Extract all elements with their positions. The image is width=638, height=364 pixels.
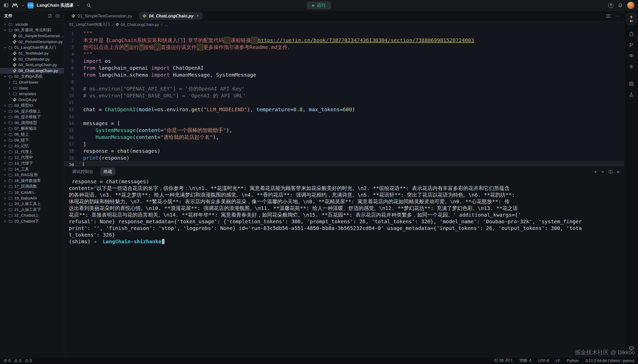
close-tab-icon[interactable]: × [196, 13, 199, 18]
terminal-output[interactable]: response = chat(messages)content='以下是一些适… [64, 177, 624, 357]
chevron-icon [4, 150, 7, 153]
help-icon[interactable]: ? [608, 3, 613, 8]
tree-file-02_ChatModel.py[interactable]: 02_ChatModel.py [0, 56, 64, 62]
code-line-17: 17] [64, 141, 624, 148]
tree-item-label: 16_操作数据库 [14, 178, 41, 184]
panel-tab-调试控制台[interactable]: 调试控制台 [69, 168, 97, 176]
debug-icon[interactable] [626, 61, 636, 72]
tree-file-02_PictureDescription.py[interactable]: 02_PictureDescription.py [0, 39, 64, 45]
tree-folder-02_文档QA系统[interactable]: 02_文档QA系统 [0, 74, 64, 79]
chevron-icon [8, 93, 11, 95]
tree-folder-23_Chatbot下[interactable]: 23_Chatbot下 [0, 218, 64, 224]
tree-folder-static[interactable]: static [0, 85, 64, 91]
bottom-panel: 调试控制台终端 + × response = chat(messages)con… [64, 166, 624, 357]
panel-tab-终端[interactable]: 终端 [100, 168, 115, 176]
chevron-icon [4, 197, 7, 200]
terminal-dropdown-chevron-icon[interactable] [601, 170, 604, 174]
editor-area: 01_SimpleTextGeneration.py04_ChatLongCha… [64, 11, 624, 357]
ai-assistant-button[interactable]: AI [626, 13, 636, 25]
tree-file-01_TextModel.py[interactable]: 01_TextModel.py [0, 50, 64, 56]
status-item[interactable]: UTF-8 [538, 358, 549, 363]
tree-folder-04_提示模板上[interactable]: 04_提示模板上 [0, 108, 64, 114]
split-terminal-icon[interactable] [608, 170, 613, 174]
new-file-icon[interactable] [48, 14, 52, 18]
split-editor-icon[interactable] [606, 14, 611, 18]
tree-folder-18_CAMEL[interactable]: 18_CAMEL [0, 189, 64, 195]
ai-label: AI [630, 19, 633, 23]
breadcrumb-item[interactable]: ... [165, 22, 168, 27]
chevron-icon [4, 23, 7, 26]
run-button[interactable]: ▶ 运行 [307, 2, 331, 9]
tree-folder-12_代理中[interactable]: 12_代理中 [0, 155, 64, 161]
tree-folder-06_调用模型[interactable]: 06_调用模型 [0, 120, 64, 126]
errors-indicator[interactable]: 0 [4, 358, 11, 363]
toggle-sidebar-icon[interactable] [4, 3, 8, 8]
terminal-line: 花店**: 直接表明花店与花的语言相关。\n14. **花样年华**: 寓意着青… [69, 211, 620, 218]
tree-folder-00_开篇词_奇点时刻[interactable]: 00_开篇词_奇点时刻 [0, 27, 64, 33]
line-number: 13 [64, 113, 79, 120]
line-number: 19 [64, 155, 79, 161]
code-line-3: 3您可以点击上方的“运行”按钮，直接运行该文件。更多操作指引请参考Readme.… [64, 44, 624, 51]
chevron-icon [4, 127, 7, 130]
code-line-13: 13 [64, 113, 624, 120]
tree-item-label: 14_工具 [14, 167, 29, 172]
tree-folder-17_回调函数[interactable]: 17_回调函数 [0, 184, 64, 190]
breadcrumb-item[interactable]: 01_LangChain快速入门 [69, 22, 110, 27]
tree-folder-08_链上[interactable]: 08_链上 [0, 132, 64, 137]
extensions-icon[interactable] [626, 79, 636, 89]
notifications-bell-icon[interactable] [618, 3, 623, 8]
user-avatar[interactable] [627, 2, 634, 9]
problems-summary[interactable]: 000 [4, 358, 32, 363]
preview-eye-icon[interactable] [626, 50, 636, 61]
editor-tab-01_SimpleTextGeneration.py[interactable]: 01_SimpleTextGeneration.py [68, 12, 136, 20]
terminal-line: 达出看到美丽花朵时的喜悦心情。\n10. **浪漫花屋**: 强调花店的浪漫氛围… [69, 205, 620, 211]
tree-folder-OneFlower[interactable]: OneFlower [0, 79, 64, 85]
tree-folder-templates[interactable]: templates [0, 91, 64, 97]
tree-folder-13_代理下[interactable]: 13_代理下 [0, 160, 64, 166]
tree-file-04_ChatLongChain.py[interactable]: 04_ChatLongChain.py [0, 68, 64, 74]
new-folder-icon[interactable] [56, 14, 60, 18]
status-item[interactable]: LF [556, 358, 560, 363]
tree-folder-20_人脉工具上[interactable]: 20_人脉工具上 [0, 201, 64, 207]
tree-folder-03_模型IO[interactable]: 03_模型IO [0, 103, 64, 108]
status-item[interactable]: 空格: 4 [519, 358, 531, 363]
tree-folder-16_操作数据库[interactable]: 16_操作数据库 [0, 178, 64, 184]
tree-folder-11_代理上[interactable]: 11_代理上 [0, 149, 64, 155]
breadcrumb-item[interactable]: 04_ChatLongChain.py [115, 22, 159, 27]
tree-file-01_SimpleTextGeneration.py[interactable]: 01_SimpleTextGeneration.py [0, 33, 64, 39]
new-terminal-icon[interactable]: + [594, 169, 597, 174]
folder-icon [8, 46, 13, 50]
tree-folder-.vscode[interactable]: .vscode [0, 22, 64, 27]
info-indicator[interactable]: 0 [25, 358, 32, 363]
editor-tab-04_ChatLongChain.py[interactable]: 04_ChatLongChain.py× [139, 12, 202, 20]
tree-folder-19_BabyAGI[interactable]: 19_BabyAGI [0, 195, 64, 201]
tree-folder-15_RAG应用[interactable]: 15_RAG应用 [0, 172, 64, 178]
tree-folder-14_工具[interactable]: 14_工具 [0, 166, 64, 172]
workspace-menu-chevron-icon[interactable] [21, 4, 24, 7]
go-to-file-icon[interactable] [626, 29, 636, 39]
source-control-icon[interactable] [626, 40, 636, 50]
project-menu-chevron-icon[interactable] [77, 4, 80, 7]
testing-beaker-icon[interactable] [626, 89, 636, 100]
tree-folder-05_提示模板下[interactable]: 05_提示模板下 [0, 114, 64, 120]
tree-folder-22_Chatbot上[interactable]: 22_Chatbot上 [0, 213, 64, 219]
tree-folder-07_解析输出[interactable]: 07_解析输出 [0, 126, 64, 132]
tree-folder-21_人脉工具下[interactable]: 21_人脉工具下 [0, 207, 64, 213]
status-item[interactable]: 行 20, 列 1 [494, 358, 513, 363]
tree-file-DocQA.py[interactable]: DocQA.py [0, 97, 64, 103]
status-item[interactable]: Python [567, 358, 579, 363]
tree-folder-10_记忆[interactable]: 10_记忆 [0, 143, 64, 149]
code-editor[interactable]: 1"""2本文件是【LangChain系统安装和快速入门】章节的配套代码。课程链… [64, 28, 624, 166]
terminal-prompt: (shims) → LangChain-shizhanke [69, 238, 620, 245]
more-actions-icon[interactable]: ··· [615, 13, 621, 19]
search-icon[interactable] [86, 3, 91, 8]
close-panel-icon[interactable]: × [617, 169, 620, 174]
tree-folder-01_LangChain快速入门[interactable]: 01_LangChain快速入门 [0, 45, 64, 50]
tree-file-03_TextLangChain.py[interactable]: 03_TextLangChain.py [0, 62, 64, 68]
tree-folder-09_链下[interactable]: 09_链下 [0, 137, 64, 143]
remote-monitor-icon[interactable] [626, 343, 636, 353]
status-item[interactable]: 3.12.2 64-bit ('shims': pyenv) [585, 358, 634, 363]
warnings-indicator[interactable]: 0 [14, 358, 21, 363]
project-name[interactable]: LangChain 实战课 [37, 2, 74, 8]
chevron-icon [4, 122, 7, 124]
